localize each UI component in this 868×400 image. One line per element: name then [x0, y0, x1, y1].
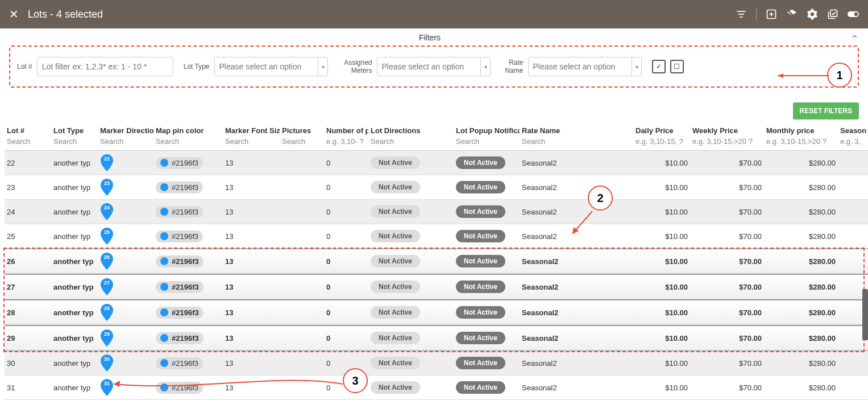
cell-lotnum: 30 [5, 351, 51, 376]
cell-num: 0 [324, 326, 368, 350]
cell-marker-dir: 28 [98, 300, 153, 325]
cell-marker-dir: 29 [98, 326, 153, 350]
add-box-icon[interactable] [766, 9, 777, 20]
column-search[interactable]: Search [153, 136, 223, 151]
column-header[interactable]: Lot Type [51, 123, 98, 136]
filter-icon[interactable] [736, 9, 747, 20]
reset-filters-button[interactable]: RESET FILTERS [793, 102, 859, 119]
cell-monthly: $280.00 [764, 351, 838, 376]
chevron-down-icon[interactable]: ▾ [480, 57, 487, 76]
map-pin-icon: 29 [100, 329, 114, 347]
cell-lottype: another typ [51, 351, 98, 376]
chevron-up-icon[interactable]: ⌃ [850, 33, 859, 46]
column-search[interactable]: Search [280, 136, 324, 151]
column-search[interactable]: e.g. 3,10- ? [324, 136, 368, 151]
cell-num: 0 [324, 151, 368, 175]
column-search[interactable]: Search [454, 136, 520, 151]
table-row[interactable]: 29 another typ 29 #2196f3 13 0 Not Activ… [5, 325, 868, 351]
column-header[interactable]: Pictures [280, 123, 324, 136]
deselect-all-filters-icon[interactable]: ☐ [670, 60, 684, 73]
column-search[interactable]: Search [520, 136, 633, 151]
filter-ratename-select[interactable] [528, 57, 642, 76]
filter-meters-select[interactable] [377, 57, 491, 76]
cell-popup: Not Active [454, 249, 520, 274]
cell-lottype: another typ [51, 175, 98, 200]
cell-font-size: 13 [223, 175, 280, 200]
column-header[interactable]: Weekly Price [690, 123, 764, 136]
svg-point-9 [854, 13, 858, 17]
column-search[interactable]: e.g. 3,10-15,>20 ? [690, 136, 764, 151]
cell-season [838, 249, 868, 274]
table-row[interactable]: 30 another typ 30 #2196f3 13 0 Not Activ… [5, 351, 868, 376]
column-search[interactable]: Search [223, 136, 280, 151]
table-row[interactable]: 22 another typ 22 #2196f3 13 0 Not Activ… [5, 151, 868, 175]
column-search[interactable]: e.g. 3,10-15, ? [633, 136, 690, 151]
filter-ratename: Rate Name ▾ [501, 57, 642, 76]
svg-marker-24 [114, 381, 120, 387]
table-row[interactable]: 26 another typ 26 #2196f3 13 0 Not Activ… [5, 249, 868, 274]
filter-lotnum-input[interactable] [37, 57, 173, 76]
column-search[interactable]: e.g. 3,10-15,>20 ? [764, 136, 838, 151]
column-header[interactable]: Daily Price [633, 123, 690, 136]
column-header[interactable]: Monthly price [764, 123, 838, 136]
column-search[interactable]: e.g. 3, [838, 136, 868, 151]
cell-monthly: $280.00 [764, 151, 838, 175]
cell-lottype: another typ [51, 326, 98, 350]
chevron-down-icon[interactable]: ▾ [318, 57, 325, 76]
cell-monthly: $280.00 [764, 326, 838, 350]
vertical-scrollbar[interactable] [862, 289, 868, 340]
filters-title: Filters [9, 33, 850, 42]
cell-directions: Not Active [368, 351, 454, 376]
chevron-down-icon[interactable]: ▾ [632, 57, 638, 76]
column-search[interactable]: Search [5, 136, 51, 151]
column-header[interactable]: Lot # [5, 123, 51, 136]
layers-off-icon[interactable] [786, 9, 798, 20]
toggle-icon[interactable] [848, 9, 859, 20]
column-header[interactable]: Rate Name [520, 123, 633, 136]
filter-lottype-select[interactable] [214, 57, 328, 76]
cell-directions: Not Active [368, 275, 454, 299]
map-pin-icon: 24 [100, 203, 114, 220]
cell-monthly: $280.00 [764, 275, 838, 299]
close-icon[interactable]: ✕ [9, 7, 19, 21]
column-header[interactable]: Marker Font Size [223, 123, 280, 136]
table-row[interactable]: 28 another typ 28 #2196f3 13 0 Not Activ… [5, 300, 868, 325]
table-row[interactable]: 27 another typ 27 #2196f3 13 0 Not Activ… [5, 274, 868, 300]
cell-weekly: $70.00 [690, 376, 764, 400]
cell-num: 0 [324, 224, 368, 249]
column-header[interactable]: Season [838, 123, 868, 136]
cell-daily: $10.00 [633, 175, 690, 200]
column-search[interactable]: Search [51, 136, 98, 151]
cell-pictures [280, 275, 324, 299]
cell-directions: Not Active [368, 300, 454, 325]
map-pin-icon: 26 [100, 253, 114, 270]
column-header[interactable]: Lot Directions [368, 123, 454, 136]
map-pin-icon: 22 [100, 154, 114, 171]
filter-ratename-label: Rate Name [501, 59, 524, 75]
cell-popup: Not Active [454, 275, 520, 299]
column-header[interactable]: Map pin color [153, 123, 223, 136]
column-header[interactable]: Marker Direction [98, 123, 153, 136]
cell-season [838, 175, 868, 200]
cell-season [838, 151, 868, 175]
cell-popup: Not Active [454, 300, 520, 325]
annotation-3-arrow [111, 376, 344, 393]
svg-rect-0 [737, 11, 746, 12]
cell-lotnum: 27 [5, 275, 51, 299]
table-row[interactable]: 25 another typ 25 #2196f3 13 0 Not Activ… [5, 224, 868, 249]
select-all-filters-icon[interactable]: ✓ [652, 60, 666, 73]
cell-font-size: 13 [223, 275, 280, 299]
cell-marker-dir: 23 [98, 175, 153, 200]
cell-monthly: $280.00 [764, 200, 838, 224]
table-row[interactable]: 24 another typ 24 #2196f3 13 0 Not Activ… [5, 200, 868, 224]
filter-meters: Assigned Meters ▾ [338, 57, 491, 76]
cell-marker-dir: 24 [98, 200, 153, 224]
select-all-icon[interactable] [827, 9, 838, 20]
column-search[interactable]: Search [98, 136, 153, 151]
gear-icon[interactable] [807, 9, 818, 20]
map-pin-icon: 30 [100, 354, 114, 372]
column-header[interactable]: Lot Popup Notificat [454, 123, 520, 136]
column-header[interactable]: Number of p [324, 123, 368, 136]
table-row[interactable]: 23 another typ 23 #2196f3 13 0 Not Activ… [5, 175, 868, 200]
column-search[interactable]: Search [368, 136, 454, 151]
